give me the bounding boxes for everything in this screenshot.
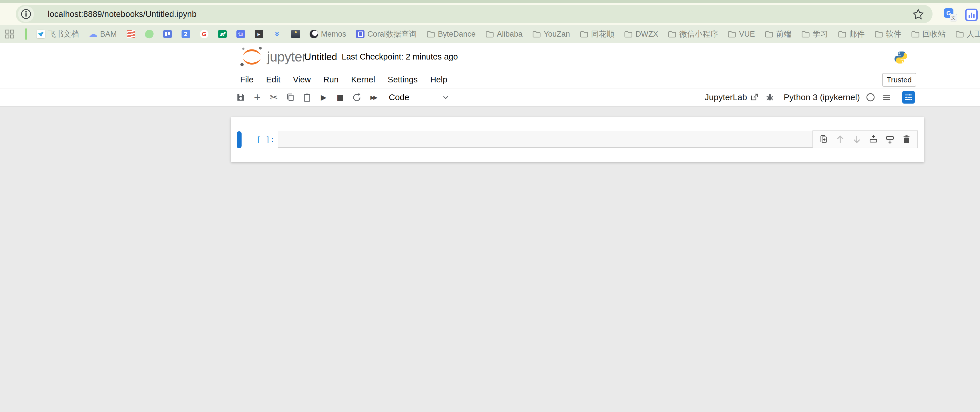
notebook-title[interactable]: Untitled xyxy=(304,51,337,62)
folder-icon xyxy=(955,30,964,38)
folder-icon xyxy=(532,30,541,38)
play-icon: ▶ xyxy=(321,93,326,102)
bookmark-favicon xyxy=(426,30,435,38)
browser-toolbar: localhost:8889/notebooks/Untitled.ipynb … xyxy=(0,3,980,25)
cell-type-value: Code xyxy=(389,93,409,102)
menu-item[interactable]: Settings xyxy=(388,75,418,85)
bookmark-item[interactable]: 学习 xyxy=(801,29,828,39)
bookmark-label: 微信小程序 xyxy=(679,29,718,39)
folder-icon xyxy=(801,30,810,38)
run-cell-button[interactable]: ▶ xyxy=(318,91,329,103)
bookmark-item[interactable]: ByteDance xyxy=(426,30,476,38)
bookmark-item[interactable]: ▶ xyxy=(255,30,263,38)
bookmark-item[interactable]: » xyxy=(273,30,282,38)
insert-cell-below-button[interactable] xyxy=(884,134,896,145)
trusted-badge[interactable]: Trusted xyxy=(882,73,916,87)
menu-item[interactable]: File xyxy=(240,75,254,85)
bookmark-item[interactable]: 邮件 xyxy=(838,29,865,39)
menu-items: FileEditViewRunKernelSettingsHelp xyxy=(240,71,447,88)
bookmark-label: YouZan xyxy=(544,30,570,38)
bookmark-item[interactable]: 人工智能 xyxy=(955,29,980,39)
bookmark-favicon xyxy=(801,30,810,38)
bookmark-item[interactable]: Coral数据查询 xyxy=(356,29,417,39)
jupyter-logo[interactable]: jupyter xyxy=(240,46,306,67)
bookmark-item[interactable]: 回收站 xyxy=(911,29,946,39)
bug-icon xyxy=(765,93,774,102)
insert-cell-above-button[interactable] xyxy=(868,134,879,145)
debugger-button[interactable] xyxy=(764,91,776,103)
restart-run-all-button[interactable]: ▶▶ xyxy=(368,91,379,103)
bookmark-label: 回收站 xyxy=(923,29,946,39)
apps-grid-button[interactable] xyxy=(4,28,16,40)
bookmark-item[interactable]: 飞书文档 xyxy=(37,29,79,39)
restart-icon xyxy=(352,93,362,102)
stats-extension-button[interactable] xyxy=(965,9,978,21)
bookmark-item[interactable]: 同花顺 xyxy=(580,29,614,39)
bookmark-favicon: ▶ xyxy=(255,30,263,38)
url-text[interactable]: localhost:8889/notebooks/Untitled.ipynb xyxy=(48,5,196,23)
copy-cell-button[interactable] xyxy=(285,91,296,103)
bookmark-favicon xyxy=(144,29,154,39)
menu-item[interactable]: Kernel xyxy=(351,75,375,85)
bookmark-item[interactable]: 2 xyxy=(181,30,190,38)
menu-item[interactable]: Help xyxy=(430,75,447,85)
restart-kernel-button[interactable] xyxy=(351,91,363,103)
fast-forward-icon: ▶▶ xyxy=(370,94,376,101)
bookmark-label: DWZX xyxy=(635,30,658,38)
kernel-name[interactable]: Python 3 (ipykernel) xyxy=(784,93,860,102)
delete-cell-button[interactable] xyxy=(901,134,912,145)
hamburger-icon xyxy=(882,93,891,102)
menu-item[interactable]: Edit xyxy=(266,75,280,85)
move-cell-down-button[interactable] xyxy=(851,134,862,145)
external-link-icon xyxy=(750,93,759,102)
open-jupyterlab-link[interactable]: JupyterLab xyxy=(705,93,759,102)
site-info-button[interactable] xyxy=(18,6,34,22)
bookmark-item[interactable]: ☁ BAM xyxy=(89,30,117,38)
bookmark-item[interactable] xyxy=(145,30,154,38)
folder-icon xyxy=(624,30,633,38)
bookmark-item[interactable]: 微信小程序 xyxy=(668,29,718,39)
bookmark-favicon xyxy=(765,30,773,38)
bookmark-label: 飞书文档 xyxy=(48,29,79,39)
jupyter-logo-icon xyxy=(240,46,264,67)
save-button[interactable] xyxy=(235,91,247,103)
bookmark-item[interactable]: 前端 xyxy=(765,29,792,39)
menu-item[interactable]: View xyxy=(293,75,311,85)
cell-type-dropdown[interactable]: Code xyxy=(389,93,449,102)
bookmark-favicon xyxy=(310,30,318,38)
bookmark-item[interactable]: 软件 xyxy=(875,29,901,39)
bookmark-item[interactable]: VUE xyxy=(727,30,755,38)
notebook-canvas: [ ]: xyxy=(0,107,980,412)
arrow-down-icon xyxy=(852,134,862,144)
notification-settings-button[interactable] xyxy=(902,91,915,104)
bookmark-item[interactable] xyxy=(127,30,135,38)
bookmark-item[interactable] xyxy=(291,30,300,38)
bookmark-label: VUE xyxy=(739,30,755,38)
bookmark-item[interactable]: 知 xyxy=(236,30,245,38)
move-cell-up-button[interactable] xyxy=(835,134,846,145)
bookmark-item[interactable]: YouZan xyxy=(532,30,570,38)
duplicate-cell-button[interactable] xyxy=(818,134,829,145)
bookmark-label: 邮件 xyxy=(850,29,865,39)
clipboard-icon xyxy=(302,93,312,102)
paste-cell-button[interactable] xyxy=(301,91,313,103)
bookmark-item[interactable]: sf xyxy=(218,30,227,38)
bookmark-item[interactable]: Alibaba xyxy=(485,30,523,38)
bookmark-label: BAM xyxy=(100,30,117,38)
selected-cell-indicator xyxy=(237,131,242,148)
address-bar[interactable]: localhost:8889/notebooks/Untitled.ipynb xyxy=(16,5,932,23)
menu-item[interactable]: Run xyxy=(323,75,339,85)
cut-cell-button[interactable]: ✂ xyxy=(268,91,280,103)
bookmark-star-button[interactable] xyxy=(912,7,925,21)
bookmark-favicon: G xyxy=(200,30,208,38)
bookmark-item[interactable] xyxy=(163,30,172,38)
translate-extension-button[interactable]: G 文 xyxy=(944,8,957,21)
interrupt-kernel-button[interactable]: ■ xyxy=(334,91,346,103)
bookmark-item[interactable]: G xyxy=(200,30,208,38)
bookmark-item[interactable]: Memos xyxy=(310,30,347,38)
bookmark-favicon: 2 xyxy=(181,30,190,38)
bookmark-item[interactable]: DWZX xyxy=(624,30,658,38)
hamburger-menu-button[interactable] xyxy=(881,91,892,103)
bookmark-favicon xyxy=(291,30,300,38)
insert-cell-button[interactable]: + xyxy=(251,91,263,103)
